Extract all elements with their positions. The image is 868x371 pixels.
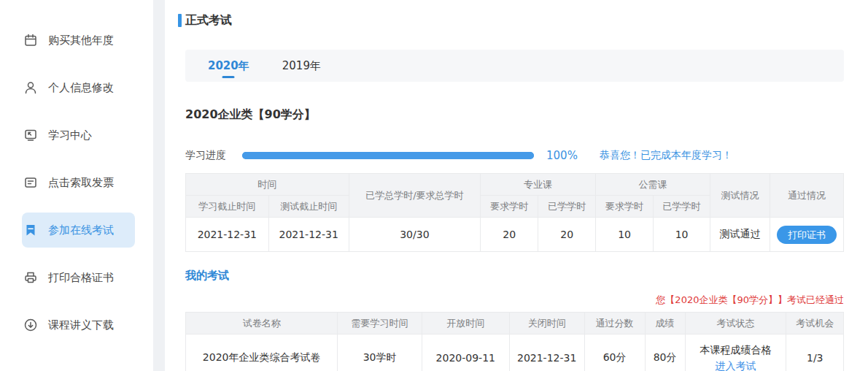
col-header-open-date: 开放时间 (422, 313, 509, 334)
page-title-text: 正式考试 (185, 13, 232, 27)
col-header-pass-status: 通过情况 (770, 174, 843, 218)
col-header-test-deadline: 测试截止时间 (268, 196, 349, 218)
cell-paper-name: 2020年企业类综合考试卷 (186, 334, 338, 371)
col-header-time-group: 时间 (186, 174, 349, 196)
cell-pub-required: 10 (595, 218, 653, 252)
col-header-study-deadline: 学习截止时间 (186, 196, 269, 218)
cell-pass-status: 打印证书 (770, 218, 843, 252)
col-header-pass-score: 通过分数 (584, 313, 645, 334)
calendar-icon (23, 33, 38, 47)
sidebar-item-label: 打印合格证书 (48, 271, 114, 285)
download-icon (23, 318, 38, 332)
col-header-total-hours: 已学总学时/要求总学时 (349, 174, 480, 218)
cell-open-date: 2020-09-11 (422, 334, 509, 371)
progress-label: 学习进度 (185, 149, 226, 162)
col-header-pro-learned: 已学学时 (538, 196, 595, 218)
sidebar-item-learning-center[interactable]: 学习中心 (22, 118, 135, 153)
user-icon (23, 80, 38, 95)
main-content: 正式考试 2020年 2019年 2020企业类【90学分】 学习进度 100%… (165, 0, 868, 371)
invoice-icon (23, 175, 38, 190)
col-header-professional-group: 专业课 (481, 174, 596, 196)
cell-close-date: 2021-12-31 (509, 334, 584, 371)
summary-header-row-1: 时间 已学总学时/要求总学时 专业课 公需课 测试情况 通过情况 (186, 174, 844, 196)
my-exams-title: 我的考试 (185, 269, 844, 283)
cell-pub-learned: 10 (654, 218, 710, 252)
exam-header-row: 试卷名称 需要学习时间 开放时间 关闭时间 通过分数 成绩 考试状态 考试机会 (186, 313, 844, 334)
col-header-public-group: 公需课 (595, 174, 710, 196)
sidebar-item-label: 点击索取发票 (48, 176, 114, 190)
sidebar-item-label: 学习中心 (48, 129, 92, 142)
year-tabs: 2020年 2019年 (185, 50, 844, 82)
sidebar-item-buy-other-years[interactable]: 购买其他年度 (22, 23, 135, 58)
title-accent-bar (178, 14, 182, 27)
cell-study-deadline: 2021-12-31 (186, 218, 269, 252)
progress-row: 学习进度 100% 恭喜您！已完成本年度学习！ (185, 149, 844, 162)
cell-exam-status: 本课程成绩合格 进入考试 (685, 334, 786, 371)
cell-attempts: 1/3 (786, 334, 844, 371)
cell-total-hours: 30/30 (349, 218, 480, 252)
sidebar-item-online-exam[interactable]: 参加在线考试 (22, 213, 135, 248)
sidebar-item-print-certificate[interactable]: 打印合格证书 (22, 260, 135, 295)
course-title: 2020企业类【90学分】 (185, 107, 844, 123)
cell-test-deadline: 2021-12-31 (268, 218, 349, 252)
printer-icon (23, 270, 38, 285)
exam-status-text: 本课程成绩合格 (700, 344, 772, 356)
sidebar-item-label: 课程讲义下载 (48, 318, 114, 332)
cell-test-status: 测试通过 (710, 218, 770, 252)
col-header-pub-required: 要求学时 (595, 196, 653, 218)
col-header-pub-learned: 已学学时 (654, 196, 710, 218)
progress-fill (242, 152, 534, 159)
cell-pro-learned: 20 (538, 218, 595, 252)
progress-message: 恭喜您！已完成本年度学习！ (600, 149, 732, 162)
sidebar-item-request-invoice[interactable]: 点击索取发票 (22, 165, 135, 200)
cell-pass-score: 60分 (584, 334, 645, 371)
col-header-attempts: 考试机会 (786, 313, 844, 334)
sidebar-item-personal-info[interactable]: 个人信息修改 (22, 70, 135, 105)
tab-2019[interactable]: 2019年 (282, 50, 321, 82)
sidebar: 购买其他年度 个人信息修改 学习中心 (0, 0, 153, 371)
col-header-exam-status: 考试状态 (685, 313, 786, 334)
cell-score: 80分 (645, 334, 685, 371)
monitor-icon (23, 128, 38, 142)
study-summary-table: 时间 已学总学时/要求总学时 专业课 公需课 测试情况 通过情况 学习截止时间 … (185, 173, 844, 252)
col-header-score: 成绩 (645, 313, 685, 334)
cell-pro-required: 20 (481, 218, 538, 252)
progress-percent: 100% (546, 149, 578, 162)
enter-exam-link[interactable]: 进入考试 (686, 358, 786, 371)
sidebar-item-handout-download[interactable]: 课程讲义下载 (22, 307, 135, 343)
print-certificate-button[interactable]: 打印证书 (777, 226, 837, 244)
col-header-required-study: 需要学习时间 (338, 313, 422, 334)
bookmark-icon (23, 223, 38, 237)
col-header-pro-required: 要求学时 (481, 196, 538, 218)
summary-data-row: 2021-12-31 2021-12-31 30/30 20 20 10 10 … (186, 218, 844, 252)
exam-passed-notice: 您【2020企业类【90学分】】考试已经通过 (185, 294, 844, 307)
exam-table: 试卷名称 需要学习时间 开放时间 关闭时间 通过分数 成绩 考试状态 考试机会 … (185, 312, 844, 371)
sidebar-item-label: 购买其他年度 (48, 34, 114, 47)
page-title: 正式考试 (185, 12, 844, 28)
col-header-close-date: 关闭时间 (509, 313, 584, 334)
sidebar-divider (153, 0, 165, 371)
col-header-paper-name: 试卷名称 (186, 313, 338, 334)
col-header-test-status: 测试情况 (710, 174, 770, 218)
page: 购买其他年度 个人信息修改 学习中心 (0, 0, 868, 371)
exam-data-row: 2020年企业类综合考试卷 30学时 2020-09-11 2021-12-31… (186, 334, 844, 371)
sidebar-item-label: 个人信息修改 (48, 81, 114, 95)
progress-bar (242, 152, 534, 159)
cell-required-study: 30学时 (338, 334, 422, 371)
sidebar-item-label: 参加在线考试 (48, 223, 114, 237)
tab-2020[interactable]: 2020年 (208, 50, 249, 82)
